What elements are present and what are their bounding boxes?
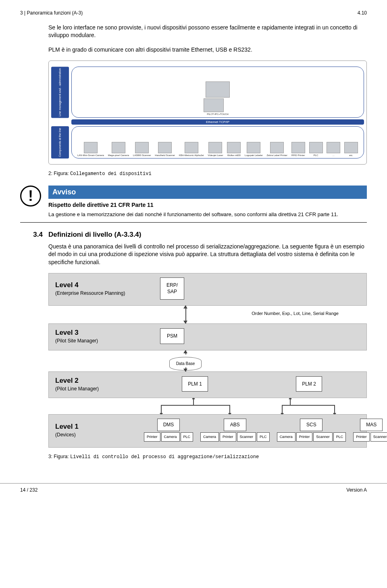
conn-3-2: Data Base — [48, 350, 367, 371]
fig1-cap-mono: Collegamento dei dispositivi — [70, 171, 152, 177]
fig1-device: KBA-Metronic AlphaJet — [179, 142, 204, 157]
level1-title: Level 1 — [55, 422, 136, 432]
device-sub-box: Printer — [353, 432, 370, 442]
device-sub-box: Scanner — [313, 432, 333, 442]
level4-sub: (Enterprise Ressource Planning) — [55, 290, 136, 297]
notice-text: La gestione e la memorizzazione dei dati… — [48, 211, 367, 218]
device-column: SCSCameraPrinterScannerPLC — [277, 419, 346, 441]
notice-subtitle: Rispetto delle direttive 21 CFR Parte 11 — [48, 201, 367, 209]
device-sub-row: PrinterCameraPLC — [144, 432, 193, 442]
fig1-device: Zebra Label Printer — [267, 142, 287, 157]
fig2-cap-mono: Livelli di controllo del processo di agg… — [70, 454, 259, 460]
device-sub-box: Printer — [296, 432, 313, 442]
level2-title: Level 2 — [55, 376, 136, 386]
fig1-side-bottom: Components at the line — [51, 126, 69, 158]
device-icon — [84, 142, 98, 153]
device-main-box: MAS — [360, 419, 383, 431]
fig1-device-label: Handheld Scanner — [155, 154, 175, 157]
fig1-device: etc. — [344, 142, 358, 157]
intro-p1: Se le loro interface ne sono provviste, … — [48, 24, 367, 40]
fig1-device-label: LAN-Mini-Smart-Camera — [77, 154, 104, 157]
page-footer: 14 / 232 Version A — [0, 483, 387, 501]
level-4: Level 4 (Enterprise Ressource Planning) … — [48, 273, 367, 306]
device-icon — [208, 142, 222, 153]
device-icon — [227, 142, 241, 153]
figure2-caption: 3: Figura: Livelli di controllo del proc… — [48, 453, 367, 461]
fig1-device-label: PLC — [314, 154, 318, 157]
fig1-device-label: Videojet Laser — [208, 154, 223, 157]
device-sub-box: Camera — [200, 432, 219, 442]
fig1-device: ... — [327, 142, 340, 157]
level1-sub: (Devices) — [55, 432, 136, 438]
fig1-device: PLC — [309, 142, 323, 157]
fig1-device: Mega-pixel Camera — [108, 142, 129, 157]
notice-block: ! Avviso Rispetto delle direttive 21 CFR… — [20, 186, 367, 218]
plm1-box: PLM 1 — [182, 376, 208, 392]
fig2-cap-prefix: 3: Figura: — [48, 454, 70, 459]
svg-marker-0 — [192, 398, 195, 399]
fig1-device: LA5800 Scanner — [133, 142, 151, 157]
device-sub-box: PLC — [257, 432, 270, 442]
device-icon — [291, 142, 305, 153]
notice-title: Avviso — [48, 186, 367, 199]
figure-1: Line management and - administration PIL… — [48, 60, 367, 165]
fig1-device-label: ... — [333, 154, 335, 157]
fig1-device: Logopak Labeler — [245, 142, 263, 157]
figure-2: Level 4 (Enterprise Ressource Planning) … — [48, 273, 367, 448]
device-sub-box: Scanner — [370, 432, 387, 442]
device-icon — [344, 142, 358, 153]
fig1-top-label: PILOT-IPC+TOUCH — [207, 113, 229, 116]
level-2: Level 2 (Pilot Line Manager) PLM 1 PLM 2 — [48, 371, 367, 398]
level-3: Level 3 (Pilot Site Manager) PSM — [48, 323, 367, 350]
fig1-top-bubble: PILOT-IPC+TOUCH — [71, 67, 364, 118]
device-sub-row: CameraPrinterScannerPLC — [200, 432, 270, 442]
fig1-device-label: LA5800 Scanner — [133, 154, 151, 157]
section-body: Questa è una panoramica dei livelli di c… — [48, 243, 367, 267]
device-main-box: DMS — [157, 419, 180, 431]
conn34-label: Order Number, Exp., Lot, Line, Serial Ra… — [252, 311, 339, 317]
fig1-device-label: RFID Printer — [291, 154, 305, 157]
fig1-device: Videojet Laser — [208, 142, 223, 157]
device-icon — [158, 142, 172, 153]
header-right: 4.10 — [358, 10, 367, 17]
fig1-device-label: Wolke m600 — [227, 154, 241, 157]
fig1-device-label: Mega-pixel Camera — [108, 154, 129, 157]
svg-marker-1 — [289, 398, 292, 399]
fig1-device: LAN-Mini-Smart-Camera — [77, 142, 104, 157]
fig1-bottom-bubble: LAN-Mini-Smart-CameraMega-pixel CameraLA… — [71, 126, 364, 158]
plm2-box: PLM 2 — [296, 376, 322, 392]
fig1-device-label: KBA-Metronic AlphaJet — [179, 154, 204, 157]
fig1-top-item: PILOT-IPC+TOUCH — [206, 81, 230, 116]
monitor-icon — [206, 81, 230, 98]
fig1-bus-bar: Ethernet TCP/IP — [71, 119, 364, 125]
device-icon — [270, 142, 284, 153]
device-icon — [135, 142, 149, 153]
level4-title: Level 4 — [55, 280, 136, 290]
level-1: Level 1 (Devices) DMSPrinterCameraPLCABS… — [48, 414, 367, 447]
fig1-device: Handheld Scanner — [155, 142, 175, 157]
section-title: Definizioni di livello (A-3.3.4) — [48, 230, 141, 240]
level3-sub: (Pilot Site Manager) — [55, 338, 136, 344]
exclamation-icon: ! — [20, 186, 41, 206]
device-sub-box: PLC — [181, 432, 194, 442]
intro-p2: PLM è in grado di comunicare con altri d… — [48, 46, 367, 54]
device-column: DMSPrinterCameraPLC — [144, 419, 193, 441]
fig1-device: Wolke m600 — [227, 142, 241, 157]
device-sub-row: PrinterScanner — [353, 432, 387, 442]
figure1-caption: 2: Figura: Collegamento dei dispositivi — [48, 170, 367, 177]
device-sub-box: Printer — [144, 432, 160, 442]
header-left: 3 | Panoramica funzioni (A-3) — [20, 10, 83, 17]
fig1-device: RFID Printer — [291, 142, 305, 157]
footer-right: Version A — [346, 487, 367, 494]
device-sub-box: Camera — [277, 432, 295, 442]
fig1-cap-prefix: 2: Figura: — [48, 171, 70, 176]
ipc-icon — [204, 98, 224, 112]
device-main-box: ABS — [224, 419, 246, 431]
erp-box: ERP/ SAP — [160, 277, 184, 300]
device-sub-box: Camera — [161, 432, 180, 442]
section-heading: 3.4 Definizioni di livello (A-3.3.4) — [48, 230, 367, 240]
section-number: 3.4 — [20, 230, 43, 240]
fig1-device-label: Zebra Label Printer — [267, 154, 287, 157]
device-icon — [185, 142, 198, 153]
device-icon — [309, 142, 323, 153]
